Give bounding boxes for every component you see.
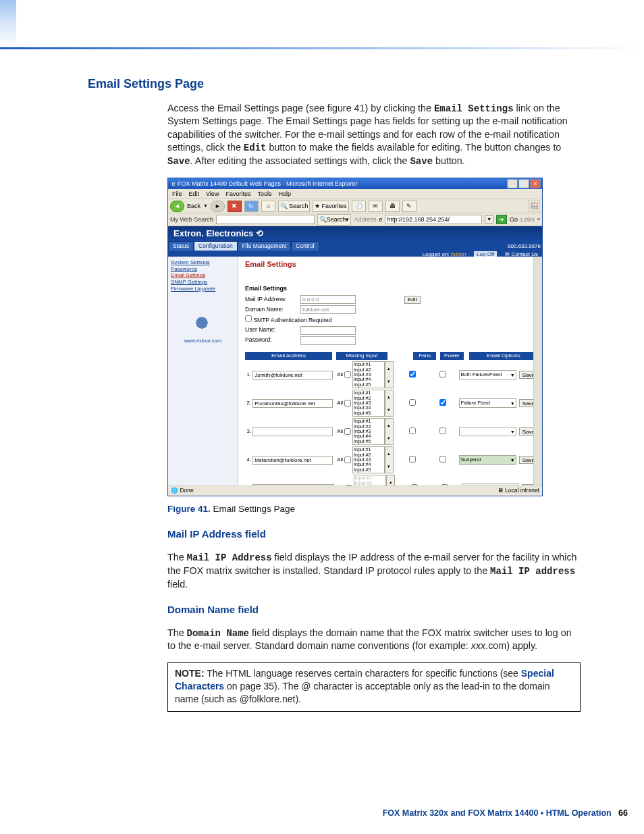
- scroll-up-icon[interactable]: ▴: [385, 390, 393, 403]
- footer-page: 66: [618, 808, 628, 818]
- home-button[interactable]: ⌂: [261, 201, 275, 212]
- email-options-select[interactable]: Failure Fixed▼: [459, 398, 516, 408]
- input-list-scroll[interactable]: ▴▾: [385, 446, 394, 473]
- window-buttons: _ □ ×: [507, 179, 541, 188]
- scroll-down-icon[interactable]: ▾: [385, 460, 393, 473]
- fans-checkbox[interactable]: [409, 371, 416, 377]
- search-button[interactable]: 🔍Search: [278, 201, 311, 212]
- ie-icon: e: [169, 180, 178, 188]
- email-options-select[interactable]: Both Failure/Fixed▼: [459, 370, 516, 380]
- username-label: User Name:: [245, 326, 296, 334]
- menu-tools[interactable]: Tools: [257, 190, 271, 198]
- th-email-address: Email Address: [245, 352, 332, 361]
- all-checkbox[interactable]: [344, 371, 351, 378]
- email-rows-container: 1.AllInput #1Input #2Input #3Input #4Inp…: [245, 361, 538, 486]
- power-checkbox[interactable]: [439, 371, 446, 377]
- intro-text: button.: [433, 155, 465, 166]
- web-search-go[interactable]: 🔍Search ▾: [317, 214, 352, 226]
- power-checkbox[interactable]: [439, 456, 446, 463]
- edit-button[interactable]: ✎: [402, 201, 417, 212]
- address-dropdown-icon[interactable]: ▼: [485, 215, 493, 223]
- input-list[interactable]: Input #1Input #2Input #3Input #4Input #5: [352, 446, 385, 473]
- all-checkbox[interactable]: [344, 457, 351, 463]
- tab-control[interactable]: Control: [291, 241, 319, 251]
- tab-file-management[interactable]: File Management: [238, 241, 292, 251]
- input-list[interactable]: Input #1Input #2Input #3Input #4Input #5: [352, 418, 385, 445]
- all-label: All: [337, 428, 343, 436]
- email-table-header: Email Address Missing Input Fans Power E…: [245, 352, 538, 361]
- menu-edit[interactable]: Edit: [189, 190, 200, 198]
- scroll-up-icon[interactable]: ▴: [385, 419, 393, 432]
- fans-checkbox[interactable]: [409, 456, 416, 463]
- email-settings-section: Email Settings Mail IP Address: Edit Dom…: [245, 284, 538, 486]
- scroll-down-icon[interactable]: ▾: [385, 403, 393, 416]
- all-checkbox[interactable]: [344, 400, 351, 407]
- mail-ip-input[interactable]: [300, 295, 356, 304]
- row-number: 3.: [245, 428, 251, 436]
- my-web-search-label: My Web Search: [170, 215, 213, 224]
- fans-checkbox[interactable]: [409, 399, 416, 406]
- email-input[interactable]: [252, 399, 333, 408]
- scroll-up-icon[interactable]: ▴: [385, 447, 393, 460]
- stop-button[interactable]: ✖: [227, 201, 242, 212]
- scroll-up-icon[interactable]: ▴: [385, 362, 393, 375]
- mail-button[interactable]: ✉: [369, 201, 383, 212]
- scroll-down-icon[interactable]: ▾: [385, 432, 393, 444]
- side-email-settings[interactable]: Email Settings: [171, 272, 235, 279]
- domain-input[interactable]: [300, 305, 356, 314]
- input-list-scroll[interactable]: ▴▾: [385, 418, 394, 445]
- history-button[interactable]: 🕘: [352, 201, 366, 212]
- top-gradient-stripe: [0, 47, 644, 49]
- tab-status[interactable]: Status: [168, 241, 194, 251]
- power-checkbox[interactable]: [439, 427, 446, 434]
- input-list[interactable]: Input #1Input #2Input #3Input #4Input #5: [352, 361, 385, 388]
- smtp-auth-checkbox[interactable]: [245, 315, 252, 322]
- scroll-down-icon[interactable]: ▾: [385, 375, 393, 388]
- menu-favorites[interactable]: Favorites: [225, 190, 250, 198]
- minimize-button[interactable]: _: [507, 179, 518, 188]
- fans-checkbox[interactable]: [409, 427, 416, 434]
- edit-settings-button[interactable]: Edit: [404, 296, 421, 304]
- input-list-scroll[interactable]: ▴▾: [385, 361, 394, 388]
- menu-help[interactable]: Help: [278, 190, 291, 198]
- favorites-button[interactable]: ★Favorites: [313, 201, 348, 212]
- extron-logo-icon: [188, 309, 215, 336]
- th-power: Power: [440, 352, 463, 361]
- forward-button[interactable]: ►: [211, 201, 225, 212]
- username-input[interactable]: [300, 326, 356, 335]
- email-options-select[interactable]: Suspend▼: [459, 455, 516, 465]
- menu-view[interactable]: View: [206, 190, 219, 198]
- refresh-button[interactable]: ↻: [244, 201, 259, 212]
- t: .com) apply.: [485, 640, 537, 651]
- intro-text: button to make the fields available for …: [266, 142, 561, 153]
- vertical-scrollbar[interactable]: [533, 257, 542, 486]
- back-button[interactable]: ◄: [170, 201, 184, 212]
- email-row: 4.AllInput #1Input #2Input #3Input #4Inp…: [245, 446, 538, 473]
- email-input[interactable]: [252, 371, 333, 380]
- all-checkbox[interactable]: [344, 428, 351, 435]
- web-search-input[interactable]: [216, 215, 315, 224]
- print-button[interactable]: 🖶: [385, 201, 400, 212]
- extron-url: www.extron.com: [171, 338, 235, 344]
- side-firmware-upgrade[interactable]: Firmware Upgrade: [171, 286, 235, 292]
- content-area: System Settings Passwords Email Settings…: [168, 257, 542, 486]
- side-passwords[interactable]: Passwords: [171, 266, 235, 273]
- side-system-settings[interactable]: System Settings: [171, 259, 235, 266]
- password-input[interactable]: [300, 336, 356, 345]
- back-dropdown-icon[interactable]: ▼: [203, 203, 208, 209]
- side-snmp-settings[interactable]: SNMP Settings: [171, 279, 235, 286]
- links-expand-icon[interactable]: »: [537, 216, 540, 222]
- input-list-scroll[interactable]: ▴▾: [385, 390, 394, 417]
- go-button[interactable]: ➜: [496, 215, 507, 224]
- maximize-button[interactable]: □: [518, 179, 529, 188]
- address-input[interactable]: [385, 215, 482, 224]
- email-input[interactable]: [252, 427, 333, 436]
- close-button[interactable]: ×: [530, 179, 541, 188]
- power-checkbox[interactable]: [439, 399, 446, 406]
- menu-file[interactable]: File: [172, 190, 182, 198]
- email-input[interactable]: [252, 456, 333, 465]
- email-options-select[interactable]: ▼: [459, 427, 516, 436]
- page-heading: Email Settings Page: [88, 76, 581, 92]
- input-list[interactable]: Input #1Input #2Input #3Input #4Input #5: [352, 390, 385, 417]
- tab-configuration[interactable]: Configuration: [194, 241, 238, 251]
